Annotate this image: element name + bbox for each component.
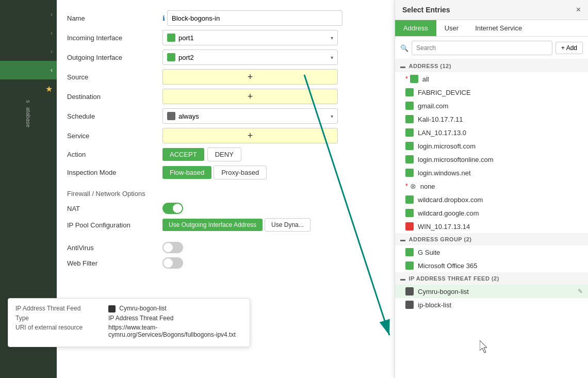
source-label: Source — [67, 73, 162, 81]
webfilter-toggle[interactable] — [162, 257, 183, 269]
list-item-office365[interactable]: Microsoft Office 365 — [395, 259, 588, 272]
tooltip-type-label: Type — [15, 315, 108, 322]
sidebar-item-star[interactable]: ★ — [0, 79, 57, 98]
nat-toggle[interactable] — [162, 203, 183, 214]
list-item-win[interactable]: WIN_10.17.13.14 — [395, 220, 588, 233]
sidebar-item-4[interactable]: ‹ — [0, 61, 57, 79]
list-item-login-mso[interactable]: login.microsoftonline.com — [395, 153, 588, 166]
panel-title: Select Entries — [402, 6, 450, 14]
item-icon-none: ⊗ — [410, 182, 416, 190]
sidebar-item-2[interactable]: › — [0, 24, 57, 42]
service-plus-icon: + — [248, 130, 253, 141]
tooltip-ip-row: IP Address Threat Feed Cymru-bogon-list — [15, 305, 242, 313]
list-item-all[interactable]: * all — [395, 72, 588, 86]
item-label-all: all — [422, 75, 429, 83]
item-label-win: WIN_10.17.13.14 — [418, 223, 470, 231]
tooltip-ip-icon — [108, 305, 116, 313]
list-item-gsuite[interactable]: G Suite — [395, 245, 588, 259]
schedule-value: always — [178, 112, 331, 120]
tooltip-ip-label: IP Address Threat Feed — [15, 305, 108, 313]
panel-tabs: Address User Internet Service — [395, 20, 588, 37]
panel-search-row: 🔍 + Add — [395, 37, 588, 60]
outgoing-interface-label: Outgoing Interface — [67, 54, 162, 61]
item-label-login-win: login.windows.net — [418, 169, 471, 177]
list-item-login-win[interactable]: login.windows.net — [395, 166, 588, 179]
destination-plus-button[interactable]: + — [162, 89, 338, 104]
service-label: Service — [67, 132, 162, 140]
accept-button[interactable]: ACCEPT — [162, 148, 204, 161]
list-item-lan[interactable]: LAN_10.17.13.0 — [395, 126, 588, 139]
use-dynamic-label: Use Dyna... — [271, 221, 304, 228]
flow-based-button[interactable]: Flow-based — [162, 166, 211, 179]
sidebar-label-s: s — [25, 98, 31, 105]
incoming-interface-select[interactable]: port1 ▾ — [162, 30, 338, 45]
action-label: Action — [67, 151, 162, 158]
item-icon-win — [405, 222, 414, 231]
list-item-ipblock[interactable]: ip-block-list — [395, 298, 588, 311]
list-item-google[interactable]: wildcard.google.com — [395, 206, 588, 220]
incoming-chevron-icon: ▾ — [331, 35, 333, 41]
item-icon-lan — [405, 128, 414, 137]
sidebar-item-3[interactable]: › — [0, 42, 57, 61]
incoming-interface-label: Incoming Interface — [67, 34, 162, 42]
group-collapse-icon-2: ▬ — [400, 237, 406, 242]
use-outgoing-label: Use Outgoing Interface Address — [169, 221, 256, 228]
group-collapse-icon: ▬ — [400, 63, 406, 69]
inspection-mode-label: Inspection Mode — [67, 169, 162, 176]
panel-add-button[interactable]: + Add — [556, 42, 583, 54]
item-icon-gsuite — [405, 248, 414, 256]
sidebar-label-database: atabase — [25, 105, 31, 129]
schedule-select[interactable]: always ▾ — [162, 108, 338, 124]
item-label-cymru: Cymru-bogon-list — [418, 288, 469, 295]
tab-user[interactable]: User — [436, 20, 467, 36]
list-item-cymru[interactable]: Cymru-bogon-list ✎ — [395, 285, 588, 298]
name-input[interactable] — [167, 10, 342, 26]
item-label-none: none — [420, 183, 435, 190]
tab-internet-service[interactable]: Internet Service — [467, 20, 530, 36]
item-icon-dropbox — [405, 195, 414, 204]
list-item-fabric[interactable]: FABRIC_DEVICE — [395, 86, 588, 99]
use-dynamic-button[interactable]: Use Dyna... — [265, 218, 311, 232]
antivirus-label: AntiVirus — [67, 244, 162, 252]
panel-header: Select Entries × — [395, 0, 588, 20]
star-icon: ★ — [45, 84, 53, 94]
tab-address[interactable]: Address — [395, 20, 436, 36]
tooltip-type-value: IP Address Threat Feed — [108, 315, 173, 322]
item-icon-gmail — [405, 102, 414, 110]
chevron-icon-4: ‹ — [51, 67, 53, 74]
search-icon: 🔍 — [400, 44, 409, 52]
panel-close-button[interactable]: × — [576, 5, 581, 14]
list-item-dropbox[interactable]: wildcard.dropbox.com — [395, 193, 588, 206]
ip-pool-label: IP Pool Configuration — [67, 221, 162, 229]
edit-icon-cymru[interactable]: ✎ — [578, 288, 583, 295]
group-header-address: ▬ ADDRESS (12) — [395, 60, 588, 72]
schedule-icon — [167, 112, 175, 120]
outgoing-port-icon — [167, 53, 175, 61]
item-label-google: wildcard.google.com — [418, 209, 479, 217]
antivirus-toggle[interactable] — [162, 242, 183, 253]
item-icon-login-mso — [405, 155, 414, 163]
item-label-lan: LAN_10.17.13.0 — [418, 129, 466, 137]
item-icon-kali — [405, 115, 414, 123]
proxy-based-button[interactable]: Proxy-based — [214, 166, 267, 179]
use-outgoing-button[interactable]: Use Outgoing Interface Address — [162, 219, 263, 231]
service-plus-button[interactable]: + — [162, 128, 338, 143]
item-icon-fabric — [405, 88, 414, 96]
outgoing-interface-select[interactable]: port2 ▾ — [162, 50, 338, 65]
webfilter-label: Web Filter — [67, 259, 162, 267]
list-item-gmail[interactable]: gmail.com — [395, 99, 588, 112]
incoming-port-value: port1 — [178, 34, 331, 42]
deny-button[interactable]: DENY — [207, 147, 241, 161]
incoming-port-icon — [167, 34, 175, 42]
asterisk-all: * — [405, 75, 408, 83]
source-plus-button[interactable]: + — [162, 69, 338, 85]
list-item-login-ms[interactable]: login.microsoft.com — [395, 139, 588, 153]
list-item-kali[interactable]: Kali-10.17.7.11 — [395, 112, 588, 126]
sidebar-item-1[interactable]: › — [0, 5, 57, 24]
tooltip-ip-text: Cymru-bogon-list — [119, 305, 166, 312]
schedule-label: Schedule — [67, 112, 162, 120]
list-item-none[interactable]: * ⊗ none — [395, 179, 588, 193]
group-header-threat-feed: ▬ IP ADDRESS THREAT FEED (2) — [395, 272, 588, 285]
panel-search-input[interactable] — [412, 41, 552, 55]
item-icon-google — [405, 209, 414, 217]
